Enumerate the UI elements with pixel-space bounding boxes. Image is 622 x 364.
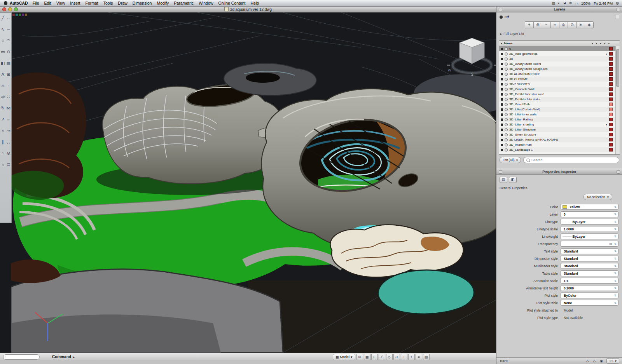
property-value-field[interactable]: Not available ⇅	[561, 315, 619, 320]
layer-state-icon[interactable]	[500, 16, 503, 19]
layer-color-swatch[interactable]	[609, 77, 613, 81]
menu-item[interactable]: Tools	[103, 1, 113, 5]
hatch-tool[interactable]: ▦	[6, 60, 11, 66]
property-value-field[interactable]: 1:1 ⇅	[561, 278, 619, 284]
layer-color-swatch[interactable]	[609, 148, 613, 152]
quick-properties-toggle[interactable]: ▤	[423, 354, 430, 360]
stepper-icon[interactable]: ⇅	[614, 235, 617, 238]
layer-row[interactable]: 3D CHROME ●	[499, 77, 620, 82]
property-value-field[interactable]: 0.2000 ⇅	[561, 285, 619, 291]
layer-visibility-icon[interactable]	[505, 68, 508, 71]
stepper-icon[interactable]: ⇅	[614, 301, 617, 305]
stepper-icon[interactable]: ⇅	[614, 213, 617, 216]
table-tool[interactable]: ⊞	[6, 71, 11, 77]
trim-tool[interactable]: ×	[0, 128, 5, 133]
layer-row[interactable]: 3D_Exhibit fabr stair roof ●	[499, 92, 620, 97]
layer-status-icon[interactable]	[501, 58, 503, 60]
mirror-tool[interactable]: ⋈	[6, 105, 11, 111]
dynamic-input-toggle[interactable]: +	[408, 354, 415, 360]
new-layer-button[interactable]: +	[525, 21, 534, 28]
layer-visibility-icon[interactable]	[505, 63, 508, 66]
layer-row[interactable]: 3D_Concrete Wall ●	[499, 87, 620, 92]
property-value-field[interactable]: 0 ⇅	[561, 211, 619, 217]
layer-color-swatch[interactable]	[609, 113, 613, 116]
dimension-tool[interactable]: ≍	[0, 83, 5, 88]
menu-item[interactable]: Modify	[157, 1, 169, 5]
menu-item[interactable]: View	[56, 1, 65, 5]
layer-status-icon[interactable]	[501, 144, 503, 146]
layer-row[interactable]: 2D_Auto geometrics ●	[499, 51, 620, 56]
line-tool[interactable]: ╱	[0, 15, 5, 21]
layer-color-swatch[interactable]	[609, 82, 613, 86]
zoom-level[interactable]: 100%	[500, 359, 508, 363]
layer-status-icon[interactable]	[501, 98, 503, 101]
layer-status-icon[interactable]	[501, 93, 503, 96]
polyline-tool[interactable]: ∿	[0, 26, 5, 32]
layer-visibility-icon[interactable]	[505, 52, 508, 56]
property-value-field[interactable]: ——— ByLayer ⇅	[561, 219, 619, 225]
layer-row[interactable]: 3D_Interior Plan ●	[499, 142, 620, 147]
drawing-viewport[interactable]: S W	[0, 12, 496, 353]
layer-color-swatch[interactable]	[609, 92, 613, 96]
merge-layers-button[interactable]: ⊙	[568, 21, 577, 28]
layer-status-icon[interactable]	[501, 113, 503, 116]
ortho-toggle[interactable]: L	[371, 354, 378, 360]
layer-status-icon[interactable]	[501, 88, 503, 91]
layer-color-swatch[interactable]	[609, 72, 613, 76]
layer-visibility-icon[interactable]	[505, 108, 508, 111]
stepper-icon[interactable]: ⇅	[614, 257, 617, 260]
layer-row[interactable]: 3D_Grind Rails ●	[499, 102, 620, 107]
erase-tool[interactable]: ⊘	[6, 150, 11, 156]
model-space-button[interactable]: ▦ Model ▾	[333, 354, 355, 360]
layer-color-swatch[interactable]	[609, 118, 613, 121]
stepper-icon[interactable]: ⇅	[614, 294, 617, 297]
polar-tracking-toggle[interactable]: ∠	[379, 354, 385, 360]
layer-status-icon[interactable]	[501, 108, 503, 111]
zoom-button[interactable]	[14, 7, 18, 11]
menu-item[interactable]: Format	[86, 1, 98, 5]
layer-visibility-icon[interactable]	[505, 133, 508, 136]
layer-status-icon[interactable]	[501, 78, 503, 80]
layer-row[interactable]: 3D_Lilian shading ●	[499, 122, 620, 127]
stepper-icon[interactable]: ⇅	[614, 287, 617, 290]
layer-color-swatch[interactable]	[609, 128, 613, 131]
palette-menu-icon[interactable]	[617, 170, 620, 174]
menu-item[interactable]: Insert	[70, 1, 80, 5]
palette-close-icon[interactable]	[499, 170, 502, 174]
list-all-button[interactable]: List (All) ▾	[500, 157, 521, 163]
layer-status-icon[interactable]	[501, 103, 503, 106]
object-snap-toggle[interactable]: ◇	[386, 354, 393, 360]
disclosure-triangle-icon[interactable]: ▸	[500, 32, 502, 36]
layer-visibility-icon[interactable]	[505, 128, 508, 131]
layer-row[interactable]: 0 ●	[499, 46, 620, 51]
layer-status-icon[interactable]	[501, 63, 503, 65]
insert-block-tool[interactable]: ◧	[0, 60, 5, 66]
layer-row[interactable]: 3D_Exhibits fabr stairs ●	[499, 97, 620, 102]
stretch-tool[interactable]: ⇔	[6, 117, 11, 122]
layer-color-swatch[interactable]	[609, 138, 613, 141]
freeze-column-icon[interactable]: ●	[596, 42, 598, 45]
move-tool[interactable]: ⇄	[0, 94, 5, 99]
palette-menu-icon[interactable]	[617, 8, 620, 11]
layer-color-swatch[interactable]	[609, 47, 613, 51]
scrollbar-thumb[interactable]	[616, 49, 619, 87]
layer-status-icon[interactable]	[501, 68, 503, 70]
name-column-header[interactable]: Name	[504, 42, 513, 45]
minimize-button[interactable]	[8, 7, 12, 11]
layer-color-swatch[interactable]	[609, 123, 613, 126]
layer-search-input[interactable]: Search	[523, 157, 619, 163]
layer-visibility-icon[interactable]	[505, 118, 508, 121]
layer-status-icon[interactable]	[501, 134, 503, 136]
layer-row[interactable]: 3D-LINER TANKS SPIRAL RAMPS ●	[499, 137, 620, 142]
app-menu[interactable]: AutoCAD	[10, 1, 28, 5]
lock-column-icon[interactable]: ●	[600, 42, 601, 45]
snap-toggle[interactable]: ⊞	[356, 354, 363, 360]
isolate-layer-button[interactable]: ◎	[559, 21, 568, 28]
apple-menu-icon[interactable]	[4, 1, 7, 5]
property-value-field[interactable]: Standard ⇅	[561, 263, 619, 269]
layer-status-icon[interactable]	[501, 83, 503, 85]
on-column-icon[interactable]: ●	[592, 42, 593, 45]
stepper-icon[interactable]: ⇅	[614, 206, 617, 209]
property-value-field[interactable]: 1.0000 ⇅	[561, 226, 619, 232]
annotation-scale-button[interactable]: 1:1 ▾	[606, 358, 619, 364]
